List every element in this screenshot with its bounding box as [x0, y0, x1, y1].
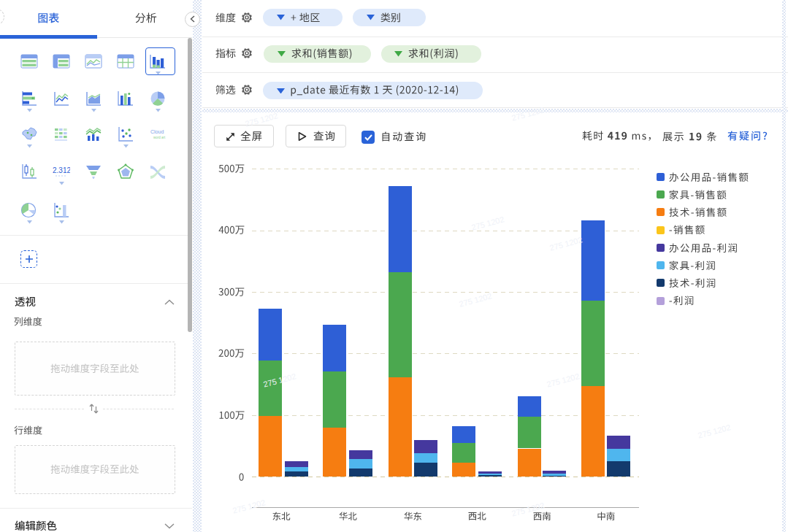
svg-text:2.312: 2.312	[53, 166, 70, 174]
svg-text:word art: word art	[153, 136, 166, 139]
svg-text:Cloud: Cloud	[150, 129, 164, 134]
